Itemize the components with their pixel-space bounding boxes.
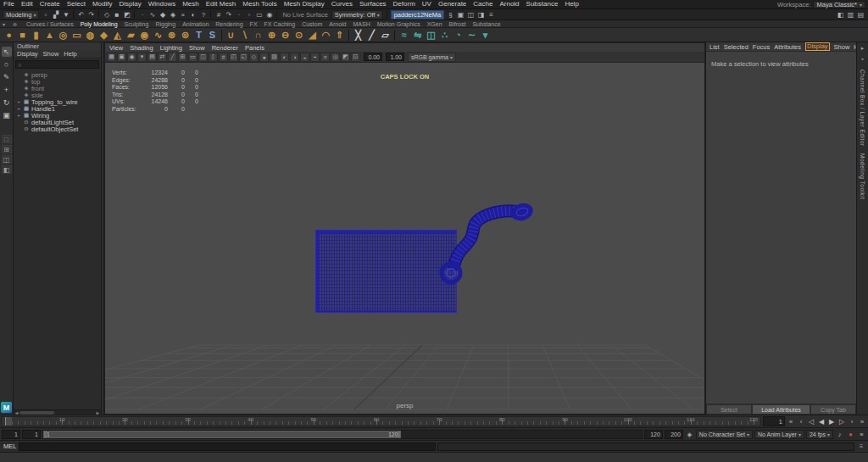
construction-history-icon[interactable]: § [446, 10, 455, 19]
copy-tab-button[interactable]: Copy Tab [810, 404, 856, 415]
shelf-tab-custom[interactable]: Custom [298, 21, 326, 27]
quad-draw-icon[interactable]: ╱ [365, 29, 378, 42]
rotate-tool-icon[interactable]: ↻ [2, 97, 12, 108]
menu-substance[interactable]: Substance [523, 0, 562, 8]
snap-to-curve-icon[interactable]: ↷ [224, 10, 233, 19]
separate-icon[interactable]: ⊖ [279, 29, 292, 42]
symmetry-selector[interactable]: Symmetry: Off ▾ [331, 10, 383, 19]
select-mask-deformations-icon[interactable]: ◈ [168, 10, 177, 19]
current-frame-marker[interactable] [5, 417, 11, 426]
grease-pencil-icon[interactable]: ╱ [168, 53, 177, 62]
boolean-intersection-icon[interactable]: ∩ [252, 29, 264, 42]
shelf-gear-icon[interactable]: ⊛ [13, 21, 21, 27]
two-d-pan-zoom-icon[interactable]: ⇄ [158, 53, 167, 62]
expand-toggle-icon[interactable]: + [16, 99, 21, 104]
ae-menu-selected[interactable]: Selected [724, 43, 748, 51]
type-tool-icon[interactable]: T [192, 29, 205, 42]
dock-panel-icon[interactable]: ▸ [859, 44, 867, 53]
move-tool-icon[interactable]: + [2, 85, 12, 95]
extract-icon[interactable]: ⊙ [292, 29, 305, 42]
gate-mask-icon[interactable]: ▯ [209, 53, 218, 62]
playback-end-field[interactable]: 120 [644, 430, 663, 439]
poly-cube-icon[interactable]: ■ [16, 29, 29, 42]
field-chart-icon[interactable]: # [219, 53, 228, 62]
menu-create[interactable]: Create [36, 0, 64, 8]
poly-helix-icon[interactable]: ∿ [152, 29, 164, 42]
viewport-menu-panels[interactable]: Panels [245, 44, 264, 52]
workspace-selector[interactable]: Maya Classic* ▾ [813, 1, 865, 8]
character-set-icon[interactable]: ◈ [685, 430, 694, 439]
load-attributes-button[interactable]: Load Attributes [752, 404, 810, 415]
shelf-tab-curves-surfaces[interactable]: Curves / Surfaces [23, 21, 77, 27]
select-mask-dynamics-icon[interactable]: × [178, 10, 187, 19]
layout-two-pane-button[interactable]: ◫ [2, 155, 12, 164]
new-scene-icon[interactable]: ▫ [41, 10, 50, 19]
menu-mesh-tools[interactable]: Mesh Tools [239, 0, 280, 8]
svg-tool-icon[interactable]: S [206, 29, 219, 42]
safe-action-icon[interactable]: ◰ [229, 53, 238, 62]
scrollbar-thumb[interactable] [19, 411, 54, 415]
command-input[interactable] [19, 443, 436, 451]
layout-four-pane-button[interactable]: ⊞ [2, 145, 12, 153]
auto-keyframe-toggle-icon[interactable]: ● [846, 430, 855, 439]
grid-toggle-icon[interactable]: ⊞ [178, 53, 187, 62]
view-transform-selector[interactable]: sRGB gamma ▾ [408, 53, 456, 62]
menu-generate[interactable]: Generate [435, 0, 470, 8]
step-back-key-button[interactable]: ◁ [806, 416, 816, 427]
wireframe-handle-mesh[interactable] [427, 190, 546, 300]
outliner-item-persp[interactable]: ◈persp [14, 71, 101, 78]
use-all-lights-icon[interactable]: ◐ [280, 53, 289, 62]
symmetrize-icon[interactable]: ◫ [425, 29, 437, 42]
menu-help[interactable]: Help [561, 0, 581, 8]
wireframe-mode-icon[interactable]: ◇ [249, 53, 259, 62]
shadows-icon[interactable]: ◑ [290, 53, 299, 62]
expand-toggle-icon[interactable]: + [16, 113, 21, 118]
outliner-item-handle1[interactable]: +▦Handle1 [14, 105, 101, 112]
layout-outliner-persp-button[interactable]: ◧ [2, 165, 12, 174]
boolean-difference-icon[interactable]: ∖ [238, 29, 251, 42]
viewport-menu-renderer[interactable]: Renderer [212, 44, 238, 52]
motion-blur-icon[interactable]: ◓ [310, 53, 320, 62]
shelf-tab-poly-modeling[interactable]: Poly Modeling [77, 21, 121, 27]
poly-torus-icon[interactable]: ◎ [57, 29, 70, 42]
channel-box-toggle-icon[interactable]: ▥ [846, 10, 855, 19]
menu-mesh[interactable]: Mesh [179, 0, 203, 8]
isolate-select-icon[interactable]: ⊡ [351, 53, 360, 62]
paint-select-tool-icon[interactable]: ✎ [2, 72, 12, 82]
smooth-icon[interactable]: ≈ [398, 29, 410, 42]
playback-speed-selector[interactable]: 24 fps ▾ [806, 430, 833, 439]
select-mask-rendering-icon[interactable]: ◐ [188, 10, 198, 19]
current-frame-field[interactable]: 1 [763, 416, 785, 426]
xray-mode-icon[interactable]: ◩ [341, 53, 350, 62]
outliner-menu-display[interactable]: Display [17, 50, 38, 58]
camera-attributes-icon[interactable]: ◉ [127, 53, 136, 62]
mirror-icon[interactable]: ⇋ [411, 29, 424, 42]
select-button[interactable]: Select [706, 404, 752, 415]
menu-cache[interactable]: Cache [470, 0, 496, 8]
snap-to-grid-icon[interactable]: # [214, 10, 223, 19]
image-plane-icon[interactable]: ▤ [147, 53, 157, 62]
select-camera-icon[interactable]: ▦ [107, 53, 116, 62]
resolution-gate-icon[interactable]: ◫ [198, 53, 208, 62]
menu-modify[interactable]: Modify [89, 0, 116, 8]
bookmarks-icon[interactable]: ▾ [137, 53, 147, 62]
select-component-icon[interactable]: ◩ [122, 10, 131, 19]
outliner-item-top[interactable]: ◈top [14, 78, 101, 85]
average-vertices-icon[interactable]: ∴ [438, 29, 451, 42]
viewport-menu-view[interactable]: View [109, 44, 123, 52]
extrude-icon[interactable]: ⇑ [333, 29, 346, 42]
select-mask-curves-icon[interactable]: ∿ [147, 10, 157, 19]
ae-menu-display[interactable]: Display [805, 42, 830, 51]
open-render-view-icon[interactable]: ▣ [456, 10, 465, 19]
ae-menu-show[interactable]: Show [834, 43, 850, 51]
bevel-icon[interactable]: ◢ [306, 29, 319, 42]
step-forward-frame-button[interactable]: › [847, 416, 857, 427]
outliner-item-defaultobjectset[interactable]: ⊙defaultObjectSet [14, 125, 101, 132]
scale-tool-icon[interactable]: ▣ [2, 110, 12, 120]
menu-edit-mesh[interactable]: Edit Mesh [203, 0, 240, 8]
ae-menu-attributes[interactable]: Attributes [774, 43, 801, 51]
ae-menu-focus[interactable]: Focus [753, 43, 770, 51]
menu-select[interactable]: Select [64, 0, 89, 8]
redo-icon[interactable]: ↷ [86, 10, 96, 19]
ae-menu-list[interactable]: List [709, 43, 720, 51]
